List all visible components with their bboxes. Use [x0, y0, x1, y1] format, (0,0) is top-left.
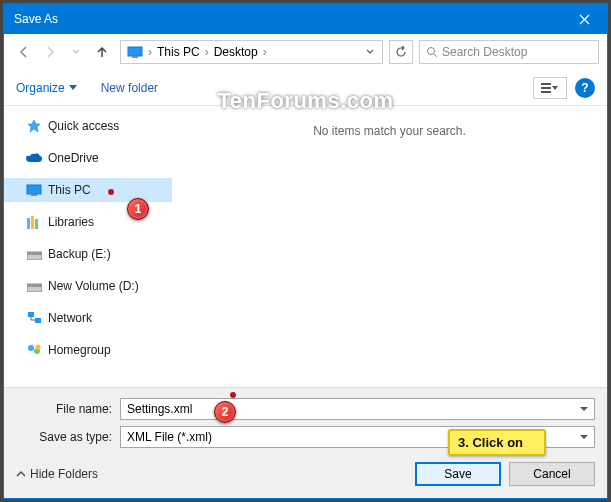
refresh-icon [395, 46, 407, 58]
hide-folders-button[interactable]: Hide Folders [16, 467, 98, 481]
search-icon [426, 46, 438, 58]
this-pc-icon [127, 46, 143, 58]
refresh-button[interactable] [389, 40, 413, 64]
svg-rect-9 [31, 216, 34, 229]
breadcrumb-desktop[interactable]: Desktop [210, 45, 262, 59]
address-bar[interactable]: › This PC › Desktop › [120, 40, 383, 64]
file-list-area: No items match your search. [172, 106, 607, 387]
back-button[interactable] [12, 40, 36, 64]
search-placeholder: Search Desktop [442, 45, 527, 59]
search-input[interactable]: Search Desktop [419, 40, 599, 64]
svg-rect-1 [132, 56, 138, 58]
up-button[interactable] [90, 40, 114, 64]
new-folder-button[interactable]: New folder [101, 81, 158, 95]
save-as-dialog: Save As › This PC › Desktop › [3, 3, 608, 499]
navigation-bar: › This PC › Desktop › Search Desktop [4, 34, 607, 70]
svg-rect-10 [35, 219, 38, 229]
sidebar-item-quick-access[interactable]: Quick access [4, 114, 172, 138]
cloud-icon [26, 150, 42, 166]
help-button[interactable]: ? [575, 78, 595, 98]
chevron-down-icon [72, 48, 80, 56]
chevron-right-icon: › [262, 45, 268, 59]
annotation-badge-2: 2 [214, 401, 236, 423]
savetype-label: Save as type: [16, 430, 120, 444]
svg-point-19 [35, 345, 40, 350]
save-button[interactable]: Save [415, 462, 501, 486]
sidebar-item-this-pc[interactable]: This PC [4, 178, 172, 202]
toolbar: Organize New folder ? [4, 70, 607, 106]
annotation-badge-1: 1 [127, 198, 149, 220]
nav-tree: Quick access OneDrive This PC Libraries … [4, 106, 172, 387]
organize-menu[interactable]: Organize [16, 81, 77, 95]
sidebar-item-onedrive[interactable]: OneDrive [4, 146, 172, 170]
annotation-label-3: 3. Click on [448, 429, 546, 456]
filename-input[interactable]: Settings.xml [120, 398, 595, 420]
network-icon [26, 310, 42, 326]
sidebar-item-new-volume-d[interactable]: New Volume (D:) [4, 274, 172, 298]
titlebar: Save As [4, 4, 607, 34]
annotation-pointer-2 [230, 392, 236, 398]
sidebar-item-network[interactable]: Network [4, 306, 172, 330]
svg-rect-14 [27, 284, 42, 287]
homegroup-icon [26, 342, 42, 358]
svg-rect-12 [27, 252, 42, 255]
svg-rect-8 [27, 218, 30, 229]
svg-rect-0 [128, 47, 142, 56]
libraries-icon [26, 214, 42, 230]
close-icon [579, 14, 590, 25]
svg-point-17 [28, 345, 34, 351]
help-icon: ? [581, 81, 588, 95]
chevron-down-icon [69, 85, 77, 91]
empty-message: No items match your search. [313, 124, 466, 138]
dialog-body: Quick access OneDrive This PC Libraries … [4, 106, 607, 387]
arrow-up-icon [95, 45, 109, 59]
recent-button[interactable] [64, 40, 88, 64]
drive-icon [26, 278, 42, 294]
svg-rect-15 [28, 312, 34, 317]
window-title: Save As [14, 12, 561, 26]
this-pc-icon [26, 182, 42, 198]
svg-rect-3 [541, 83, 551, 85]
annotation-pointer-1 [108, 189, 114, 195]
chevron-up-icon [16, 470, 26, 478]
star-icon [26, 118, 42, 134]
svg-point-2 [428, 47, 435, 54]
address-dropdown[interactable] [360, 45, 380, 59]
close-button[interactable] [561, 4, 607, 34]
filename-label: File name: [16, 402, 120, 416]
svg-rect-6 [27, 185, 41, 194]
drive-icon [26, 246, 42, 262]
sidebar-item-homegroup[interactable]: Homegroup [4, 338, 172, 362]
svg-rect-16 [35, 318, 41, 323]
svg-rect-7 [31, 194, 37, 196]
arrow-right-icon [43, 45, 57, 59]
svg-rect-4 [541, 87, 551, 89]
sidebar-item-backup-e[interactable]: Backup (E:) [4, 242, 172, 266]
chevron-down-icon [366, 48, 374, 56]
view-icon [541, 82, 559, 94]
breadcrumb-this-pc[interactable]: This PC [153, 45, 204, 59]
svg-rect-5 [541, 91, 551, 93]
view-options-button[interactable] [533, 77, 567, 99]
cancel-button[interactable]: Cancel [509, 462, 595, 486]
forward-button[interactable] [38, 40, 62, 64]
arrow-left-icon [17, 45, 31, 59]
